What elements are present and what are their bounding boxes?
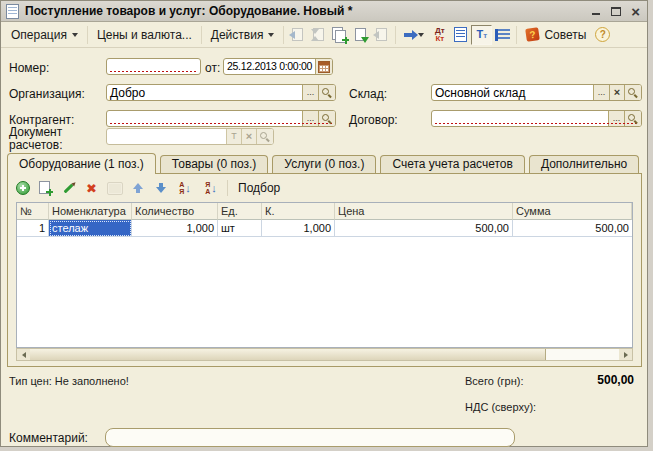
help-button[interactable]: ? [592, 25, 613, 45]
warehouse-clear-button[interactable]: × [609, 85, 624, 100]
delete-row-button[interactable]: ✖ [83, 180, 100, 197]
horizontal-scrollbar[interactable] [16, 348, 633, 361]
warehouse-lookup-button[interactable] [624, 85, 641, 100]
col-header-sum[interactable]: Сумма [513, 203, 632, 220]
calendar-icon [318, 61, 330, 73]
settlement-doc-clear-button[interactable]: × [241, 129, 256, 144]
move-up-button[interactable] [129, 180, 146, 197]
col-header-quantity[interactable]: Количество [132, 203, 218, 220]
col-header-unit[interactable]: Ед. [218, 203, 262, 220]
contract-field[interactable]: ... [431, 110, 642, 127]
tab-goods[interactable]: Товары (0 поз.) [160, 155, 269, 173]
left-arrow-icon [22, 352, 26, 358]
organization-select-button[interactable]: ... [302, 85, 318, 100]
post-document-button[interactable] [287, 25, 308, 45]
number-field[interactable] [106, 58, 201, 75]
end-edit-icon [107, 182, 123, 195]
postings-list-button[interactable] [450, 25, 471, 45]
add-icon [16, 181, 30, 195]
sort-desc-icon: ЯА ↓ [205, 181, 217, 195]
warehouse-field[interactable]: Основной склад ... × [431, 84, 642, 101]
settlement-doc-lookup-button[interactable] [256, 129, 273, 144]
tips-button[interactable]: ? Советы [520, 26, 592, 44]
sort-ascending-button[interactable]: АЯ ↓ [175, 180, 195, 197]
toolbar-separator [516, 26, 517, 44]
list-settings-button[interactable] [492, 25, 513, 45]
date-field[interactable]: 25.12.2013 0:00:00 [223, 58, 333, 75]
total-value: 500,00 [534, 373, 634, 387]
maximize-button[interactable] [611, 7, 621, 16]
magnifier-icon [628, 88, 638, 98]
calendar-button[interactable] [315, 59, 332, 74]
col-header-nomenclature[interactable]: Номенклатура [49, 203, 132, 220]
end-edit-button[interactable] [106, 180, 123, 197]
edit-row-button[interactable] [60, 180, 77, 197]
gray-arrow-icon [373, 31, 379, 39]
tab-equipment[interactable]: Оборудование (1 поз.) [7, 153, 156, 174]
go-to-button[interactable] [399, 25, 429, 45]
move-down-button[interactable] [152, 180, 169, 197]
minimize-button[interactable] [592, 6, 601, 16]
add-row-button[interactable] [14, 180, 31, 197]
sort-descending-button[interactable]: ЯА ↓ [201, 180, 221, 197]
required-marker [110, 71, 197, 72]
go-arrow-icon [404, 33, 412, 37]
tab-settlement-accounts[interactable]: Счета учета расчетов [380, 155, 524, 173]
col-header-price[interactable]: Цена [335, 203, 513, 220]
prices-currency-button[interactable]: Цены и валюта... [91, 26, 198, 44]
cell-unit[interactable]: шт [218, 220, 262, 237]
actions-menu-button[interactable]: Действия [205, 26, 281, 44]
repost-button[interactable] [308, 25, 329, 45]
cell-coefficient[interactable]: 1,000 [262, 220, 335, 237]
items-table[interactable]: № Номенклатура Количество Ед. К. Цена Су… [16, 202, 633, 348]
titlebar[interactable]: Поступление товаров и услуг: Оборудовани… [1, 1, 647, 22]
settlement-doc-label: расчетов: [9, 138, 62, 152]
close-button[interactable]: × [631, 5, 640, 18]
document-window: Поступление товаров и услуг: Оборудовани… [0, 0, 648, 447]
table-row[interactable]: 1 стелаж 1,000 шт 1,000 500,00 500,00 [17, 220, 632, 237]
tab-services[interactable]: Услуги (0 поз.) [272, 155, 376, 173]
window-title: Поступление товаров и услуг: Оборудовани… [25, 4, 592, 18]
revert-button[interactable] [371, 25, 392, 45]
organization-field[interactable]: Добро ... [106, 84, 336, 101]
comment-field[interactable] [105, 428, 515, 447]
col-header-coefficient[interactable]: К. [262, 203, 335, 220]
operation-menu-button[interactable]: Операция [5, 26, 84, 44]
warehouse-select-button[interactable]: ... [593, 85, 609, 100]
show-postings-button[interactable]: Дт Кт [429, 25, 450, 45]
scrollbar-thumb[interactable] [30, 349, 546, 360]
help-icon: ? [595, 27, 610, 42]
totals-toggle-button[interactable]: Тт [471, 25, 492, 45]
counterparty-field[interactable]: ... [106, 110, 336, 127]
settlement-doc-text-button[interactable]: Т [226, 129, 241, 144]
organization-value: Добро [107, 85, 302, 100]
tab-additional[interactable]: Дополнительно [529, 155, 639, 173]
cell-quantity[interactable]: 1,000 [132, 220, 218, 237]
organization-lookup-button[interactable] [318, 85, 335, 100]
required-marker [110, 123, 332, 124]
settlement-doc-field[interactable]: Т × [106, 128, 274, 145]
scrollbar-track[interactable] [546, 349, 619, 360]
cell-num[interactable]: 1 [17, 220, 49, 237]
document-icon [6, 4, 19, 19]
scroll-right-button[interactable] [619, 349, 632, 360]
pick-button[interactable]: Подбор [234, 180, 284, 196]
warehouse-value: Основной склад [432, 85, 593, 100]
scroll-left-button[interactable] [17, 349, 30, 360]
magnifier-icon [322, 88, 332, 98]
fill-document-button[interactable] [350, 25, 371, 45]
table-header-row: № Номенклатура Количество Ед. К. Цена Су… [17, 203, 632, 220]
cell-nomenclature-selected[interactable]: стелаж [49, 220, 132, 237]
cell-sum[interactable]: 500,00 [513, 220, 632, 237]
plus-icon [46, 189, 53, 196]
toolbar-separator [283, 26, 284, 44]
toolbar-separator [395, 26, 396, 44]
desktop-background: Поступление товаров и услуг: Оборудовани… [0, 0, 653, 451]
cell-price[interactable]: 500,00 [335, 220, 513, 237]
total-label: Всего (грн): [465, 375, 524, 387]
copy-create-button[interactable] [329, 25, 350, 45]
date-value: 25.12.2013 0:00:00 [224, 59, 315, 74]
col-header-num[interactable]: № [17, 203, 49, 220]
comment-label: Комментарий: [9, 431, 88, 445]
copy-row-button[interactable] [37, 180, 54, 197]
